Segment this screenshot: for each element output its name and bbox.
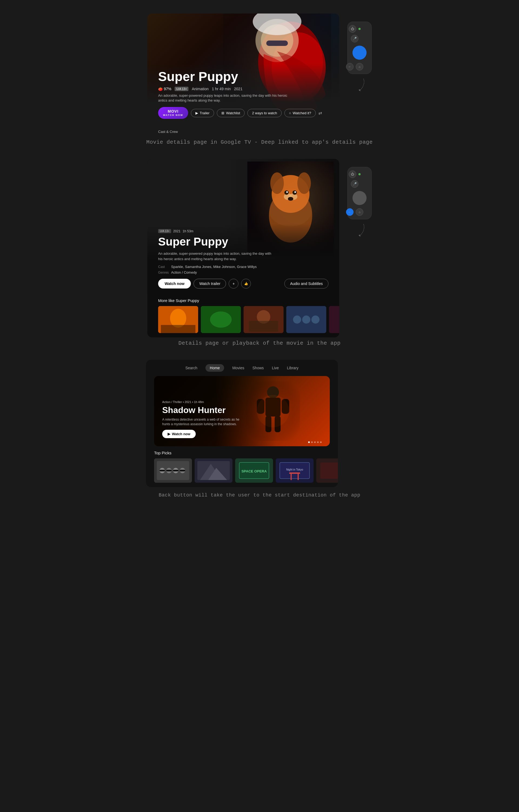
- ways-to-watch-button[interactable]: 2 ways to watch: [247, 109, 282, 117]
- remote2-top-row: ⏻: [349, 170, 370, 178]
- pick-thumb-1[interactable]: [154, 458, 192, 483]
- duration-badge-2: 1h 53m: [183, 229, 194, 233]
- year-badge-2: 2021: [173, 229, 181, 233]
- caption3-the: the: [263, 492, 272, 498]
- thumbnail-5[interactable]: F: [329, 306, 339, 333]
- thumbnail-2[interactable]: [201, 306, 241, 333]
- dot-3[interactable]: [314, 441, 316, 443]
- svg-rect-28: [249, 321, 278, 332]
- genre-text: Animation: [192, 87, 209, 91]
- svg-point-20: [269, 194, 312, 226]
- nav-live[interactable]: Live: [272, 366, 279, 370]
- screen1-card: Super Puppy 🍅 97% U/A 13+ Animation 1 hr…: [147, 13, 339, 137]
- watchlist-label: Watchlist: [226, 111, 240, 115]
- watch-now-button[interactable]: Watch now: [158, 279, 191, 289]
- caption3-dest2: destination of: [293, 492, 336, 498]
- svg-point-32: [311, 316, 320, 324]
- remote2-back-button[interactable]: ←: [346, 208, 354, 216]
- featured-title: Shadow Hunter: [162, 405, 243, 415]
- rating-badge-1: U/A 13+: [174, 87, 188, 91]
- more-like-title: More like Super Puppy: [158, 298, 328, 303]
- cast-crew-link[interactable]: Cast & Crew: [147, 127, 339, 137]
- remote1-power-button[interactable]: ⏻: [349, 25, 356, 33]
- watchlist-button[interactable]: ⊞ Watchlist: [217, 109, 245, 117]
- remote2-home-button[interactable]: ⌂: [356, 208, 363, 216]
- dot-4[interactable]: [317, 441, 319, 443]
- dot-1[interactable]: [308, 441, 310, 443]
- hero-content-1: Super Puppy 🍅 97% U/A 13+ Animation 1 hr…: [147, 64, 339, 127]
- remote2-nav-row: ← ⌂: [346, 208, 373, 216]
- arrow-connector-1: [349, 77, 370, 93]
- watch-trailer-button[interactable]: Watch trailer: [194, 279, 226, 289]
- featured-desc: A relentless detective unravels a web of…: [162, 417, 243, 427]
- dot-5[interactable]: [320, 441, 322, 443]
- movie-desc-1: An adorable, super-powered puppy leaps i…: [158, 93, 293, 103]
- pick-thumb-5[interactable]: ON: [316, 458, 338, 483]
- svg-rect-64: [291, 473, 292, 480]
- cast-label: Cast: [158, 265, 169, 269]
- remote1-back-button[interactable]: ←: [346, 63, 354, 70]
- screen3-card: Search Home Movies Shows Live Library: [146, 360, 338, 487]
- remote2: ⏻ 🎤 ← ⌂: [347, 167, 372, 219]
- remote2-status-dot: [358, 173, 361, 175]
- remote2-center-button[interactable]: [353, 191, 366, 205]
- remote1-mic-button[interactable]: 🎤: [351, 35, 358, 42]
- caption3-text: Back button will take the user to: [159, 492, 263, 498]
- dot-2[interactable]: [311, 441, 313, 443]
- svg-rect-66: [289, 472, 300, 474]
- share-button[interactable]: ⇄: [319, 111, 322, 116]
- rating-badge-2: U/A 13+: [158, 229, 171, 233]
- thumbnail-3[interactable]: [244, 306, 283, 333]
- remote2-power-button[interactable]: ⏻: [349, 170, 356, 178]
- action-row-2: Watch now Watch trailer + 👍 Audio and Su…: [158, 279, 328, 289]
- badges-row-2: U/A 13+ 2021 1h 53m: [158, 229, 328, 233]
- featured-watch-button[interactable]: ▶ Watch now: [162, 430, 196, 438]
- nav-shows[interactable]: Shows: [252, 366, 264, 370]
- nav-home[interactable]: Home: [206, 364, 224, 372]
- top-picks-section: Top Picks: [146, 446, 338, 487]
- back-icon: ←: [349, 65, 351, 68]
- featured-genre: Action / Thriller • 2021 • 1h 48m: [162, 400, 243, 404]
- remote2-mic-button[interactable]: 🎤: [351, 180, 358, 188]
- trailer-label: Trailer: [200, 111, 210, 115]
- remote1-blank: [363, 25, 370, 33]
- score-value: 97%: [164, 87, 171, 91]
- movie-desc-2: An adorable, super-powered puppy leaps i…: [158, 251, 272, 261]
- remote1-center-button[interactable]: [353, 46, 366, 60]
- watched-it-button[interactable]: ○ Watched it?: [284, 109, 316, 117]
- svg-rect-65: [298, 473, 299, 480]
- section1-row: Super Puppy 🍅 97% U/A 13+ Animation 1 hr…: [0, 5, 519, 137]
- remote1-blank3: [365, 63, 373, 70]
- svg-point-12: [297, 172, 311, 194]
- remote2-mid-row: 🎤: [351, 180, 368, 188]
- year-text: 2021: [234, 87, 243, 91]
- svg-point-43: [257, 395, 289, 427]
- section3-left: Search Home Movies Shows Live Library: [146, 360, 338, 487]
- add-to-list-button[interactable]: +: [229, 279, 239, 289]
- movi-watch-button[interactable]: MOVI WATCH NOW: [158, 107, 188, 119]
- thumbnail-1[interactable]: [158, 306, 198, 333]
- audio-subtitles-button[interactable]: Audio and Subtitles: [284, 279, 328, 289]
- bookmark-icon: ⊞: [221, 111, 224, 115]
- trailer-button[interactable]: ▶ Trailer: [191, 109, 214, 117]
- svg-marker-7: [358, 89, 361, 92]
- back-icon-2: ←: [349, 210, 351, 214]
- pick-thumb-4[interactable]: Night in Tokyo: [276, 458, 313, 483]
- pick-thumb-2[interactable]: [195, 458, 233, 483]
- svg-rect-52: [173, 470, 179, 471]
- svg-point-25: [210, 312, 231, 328]
- nav-movies[interactable]: Movies: [232, 366, 244, 370]
- remote1-home-button[interactable]: ⌂: [356, 63, 363, 70]
- thumbnail-4[interactable]: [286, 306, 326, 333]
- like-button[interactable]: 👍: [241, 279, 251, 289]
- ways-to-watch-label: 2 ways to watch: [252, 111, 277, 115]
- remote1-area: ⏻ 🎤 ← ⌂: [347, 13, 372, 93]
- movi-brand-label: MOVI: [168, 109, 179, 114]
- nav-bar: Search Home Movies Shows Live Library: [146, 360, 338, 376]
- nav-library[interactable]: Library: [287, 366, 299, 370]
- pick-thumb-3[interactable]: SPACE OPERA: [235, 458, 273, 483]
- power-icon-2: ⏻: [351, 172, 354, 176]
- featured-watch-label: Watch now: [172, 432, 190, 436]
- nav-search[interactable]: Search: [186, 366, 197, 370]
- svg-marker-35: [358, 235, 361, 237]
